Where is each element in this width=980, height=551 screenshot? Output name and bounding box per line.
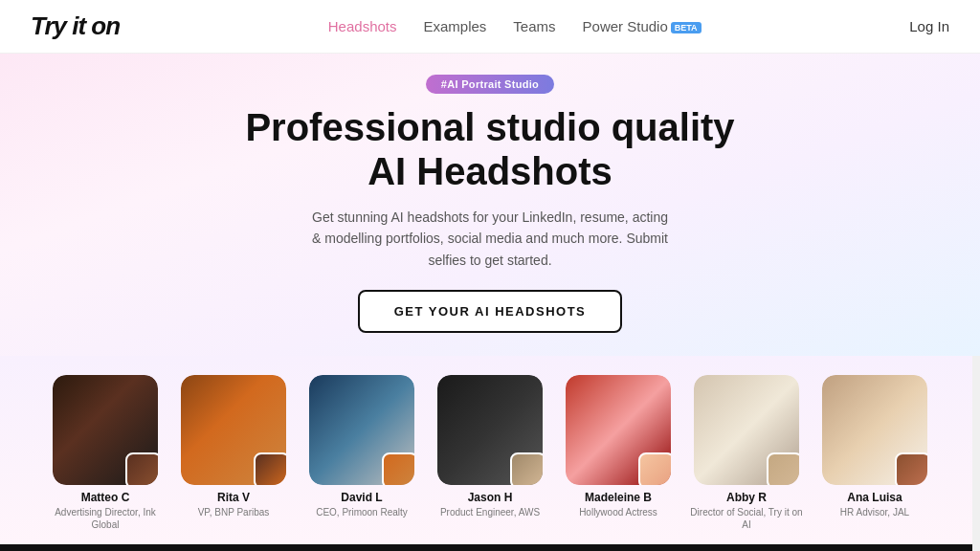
nav-teams[interactable]: Teams <box>513 18 555 34</box>
profile-name-madeleine: Madeleine B <box>585 491 652 504</box>
profile-title-rita: VP, BNP Paribas <box>198 506 270 518</box>
profile-image-jason <box>437 375 543 485</box>
cta-button[interactable]: GET YOUR AI HEADSHOTS <box>358 290 623 333</box>
profile-card-ana: Ana Luisa HR Advisor, JAL <box>817 375 932 531</box>
profile-image-abby <box>694 375 799 485</box>
logo[interactable]: Try it on <box>31 11 120 41</box>
profile-card-jason: Jason H Product Engineer, AWS <box>433 375 547 531</box>
profile-mini-abby <box>767 452 799 485</box>
profile-name-rita: Rita V <box>217 491 250 504</box>
nav-power-studio[interactable]: Power Studiobeta <box>583 18 702 34</box>
profile-title-jason: Product Engineer, AWS <box>440 506 540 518</box>
profile-image-david <box>309 375 414 485</box>
profile-name-abby: Abby R <box>726 491 767 504</box>
profile-card-matteo: Matteo C Advertising Director, Ink Globa… <box>48 375 163 531</box>
navbar: Try it on Headshots Examples Teams Power… <box>0 0 980 54</box>
profile-title-david: CEO, Primoon Realty <box>316 506 408 518</box>
profile-name-jason: Jason H <box>468 491 513 504</box>
profile-card-madeleine: Madeleine B Hollywood Actress <box>561 375 676 531</box>
beta-badge: beta <box>671 22 702 33</box>
profile-mini-david <box>382 452 414 485</box>
nav-headshots[interactable]: Headshots <box>328 18 397 34</box>
profiles-section: Matteo C Advertising Director, Ink Globa… <box>0 356 980 544</box>
profile-card-rita: Rita V VP, BNP Paribas <box>176 375 291 531</box>
profile-mini-madeleine <box>638 452 671 485</box>
nav-examples[interactable]: Examples <box>423 18 486 34</box>
profile-name-matteo: Matteo C <box>81 491 130 504</box>
ai-badge: #AI Portrait Studio <box>426 75 554 94</box>
profile-mini-ana <box>895 452 927 485</box>
hero-section: #AI Portrait Studio Professional studio … <box>0 54 980 356</box>
profile-card-abby: Abby R Director of Social, Try it on AI <box>689 375 804 531</box>
profile-card-david: David L CEO, Primoon Realty <box>304 375 419 531</box>
profiles-row: Matteo C Advertising Director, Ink Globa… <box>19 375 961 531</box>
profile-mini-rita <box>254 452 286 485</box>
login-button[interactable]: Log In <box>909 18 949 34</box>
profile-image-ana <box>822 375 927 485</box>
profile-title-madeleine: Hollywood Actress <box>579 506 657 518</box>
hero-subtitle: Get stunning AI headshots for your Linke… <box>308 207 672 271</box>
profile-name-david: David L <box>341 491 382 504</box>
profile-title-ana: HR Advisor, JAL <box>840 506 909 518</box>
profile-mini-matteo <box>125 452 158 485</box>
profile-image-rita <box>181 375 286 485</box>
hero-title: Professional studio quality AI Headshots <box>38 105 942 193</box>
profile-title-abby: Director of Social, Try it on AI <box>689 506 804 531</box>
profile-title-matteo: Advertising Director, Ink Global <box>48 506 163 531</box>
featured-bar: FEATURED ON ⊕INDEPENDENT indy100 BUSINES… <box>0 544 980 551</box>
profile-name-ana: Ana Luisa <box>847 491 902 504</box>
profile-image-madeleine <box>566 375 671 485</box>
profile-mini-jason <box>510 452 543 485</box>
nav-links: Headshots Examples Teams Power Studiobet… <box>328 18 702 34</box>
profile-image-matteo <box>53 375 158 485</box>
